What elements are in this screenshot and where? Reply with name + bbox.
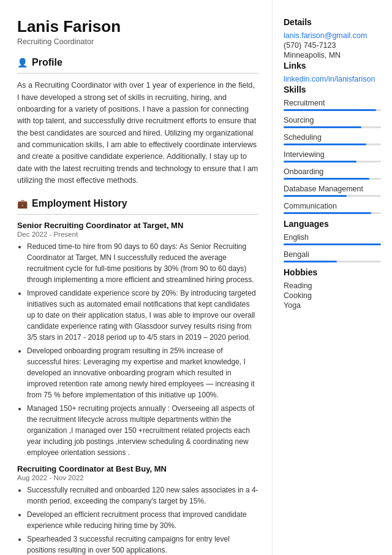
employment-section-title: Employment History <box>32 198 127 209</box>
profile-section: 👤 Profile As a Recruiting Coordinator wi… <box>17 57 258 186</box>
bullet-item: Reduced time-to hire from 90 days to 60 … <box>27 241 258 285</box>
job-title-2: Recruiting Coordinator at Best Buy, MN <box>17 464 258 473</box>
skill-onboarding: Onboarding <box>284 167 381 180</box>
job-date-2: Aug 2022 - Nov 2022 <box>17 474 258 481</box>
hobbies-title: Hobbies <box>284 267 381 277</box>
email-link[interactable]: lanis.farison@gmail.com <box>284 31 381 40</box>
bullet-item: Improved candidate experience score by 2… <box>27 288 258 343</box>
bullet-item: Successfully recruited and onboarded 120… <box>27 484 258 507</box>
hobby-reading: Reading <box>284 281 381 290</box>
skill-communication: Communication <box>284 202 381 214</box>
links-title: Links <box>284 61 381 71</box>
skill-sourcing: Sourcing <box>284 116 381 128</box>
candidate-name: Lanis Farison <box>17 17 258 36</box>
skills-section: Skills Recruitment Sourcing Scheduling I… <box>284 85 381 214</box>
bullet-item: Spearheaded 3 successful recruiting camp… <box>27 534 258 555</box>
skill-database: Database Management <box>284 185 381 197</box>
bullet-item: Managed 150+ recruiting projects annuall… <box>27 403 258 458</box>
hobby-yoga: Yoga <box>284 301 381 310</box>
bullet-item: Developed an efficient recruitment proce… <box>27 509 258 531</box>
skill-scheduling: Scheduling <box>284 133 381 145</box>
location-text: Minneapolis, MN <box>284 51 381 59</box>
hobby-cooking: Cooking <box>284 291 381 300</box>
bullet-item: Developed onboarding program resulting i… <box>27 345 258 400</box>
languages-title: Languages <box>284 219 381 229</box>
languages-section: Languages English Bengali <box>284 219 381 262</box>
candidate-title: Recruiting Coordinator <box>17 37 258 46</box>
job-date-1: Dec 2022 - Present <box>17 231 258 238</box>
language-english: English <box>284 233 381 245</box>
phone-text: (570) 745-7123 <box>284 41 381 50</box>
language-bengali: Bengali <box>284 250 381 262</box>
profile-icon: 👤 <box>17 58 28 67</box>
linkedin-link[interactable]: linkedin.com/in/lanisfarison <box>284 75 381 83</box>
employment-icon: 💼 <box>17 199 28 209</box>
employment-section: 💼 Employment History Senior Recruiting C… <box>17 198 258 555</box>
skill-recruitment: Recruitment <box>284 99 381 111</box>
job-entry-2: Recruiting Coordinator at Best Buy, MN A… <box>17 464 258 555</box>
hobbies-section: Hobbies Reading Cooking Yoga <box>284 267 381 310</box>
details-title: Details <box>284 17 381 27</box>
job-title-1: Senior Recruiting Coordinator at Target,… <box>17 221 258 230</box>
skills-title: Skills <box>284 85 381 94</box>
links-section: Links linkedin.com/in/lanisfarison <box>284 61 381 83</box>
details-section: Details lanis.farison@gmail.com (570) 74… <box>284 17 381 59</box>
profile-section-title: Profile <box>32 57 62 68</box>
job-entry-1: Senior Recruiting Coordinator at Target,… <box>17 221 258 458</box>
resume-header: Lanis Farison Recruiting Coordinator <box>17 17 258 46</box>
profile-text: As a Recruiting Coordinator with over 1 … <box>17 80 258 186</box>
job-bullets-1: Reduced time-to hire from 90 days to 60 … <box>17 241 258 458</box>
job-bullets-2: Successfully recruited and onboarded 120… <box>17 484 258 555</box>
skill-interviewing: Interviewing <box>284 150 381 163</box>
